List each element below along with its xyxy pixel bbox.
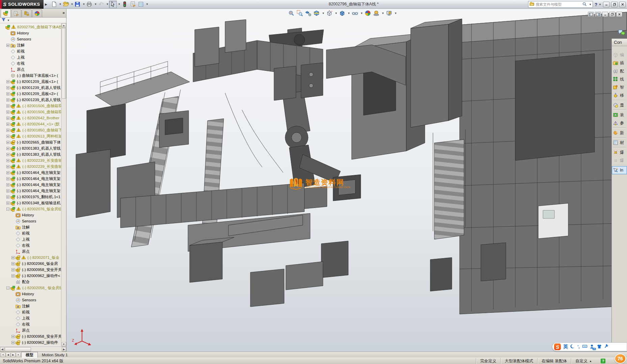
search-icon[interactable] xyxy=(582,2,587,7)
tree-item[interactable]: +(-) 82001348_板链输送机 xyxy=(1,200,61,206)
expand-toggle[interactable]: + xyxy=(11,262,15,265)
expand-toggle[interactable]: + xyxy=(11,256,15,259)
shirt-icon[interactable] xyxy=(597,344,602,350)
restore-button[interactable] xyxy=(611,2,618,7)
expand-toggle[interactable]: + xyxy=(6,80,9,83)
command-s-instant[interactable]: In xyxy=(612,166,627,174)
print-button-dropdown-arrow[interactable]: ▼ xyxy=(94,3,97,6)
tree-item[interactable]: A注解 xyxy=(1,303,61,309)
sogou-icon[interactable]: S xyxy=(554,343,561,350)
view-settings-button-dropdown-arrow[interactable]: ▼ xyxy=(394,12,397,15)
zoom-to-fit-button[interactable] xyxy=(288,9,295,17)
command-s-motion[interactable]: 新 xyxy=(612,129,627,137)
tree-item[interactable]: 原点 xyxy=(1,248,61,254)
select-button-dropdown-arrow[interactable]: ▼ xyxy=(118,3,120,6)
expand-toggle[interactable]: + xyxy=(6,98,9,101)
expand-toggle[interactable]: + xyxy=(6,141,9,144)
filter-icon[interactable] xyxy=(1,18,6,23)
tree-item[interactable]: +(-) 82002239_长安曲轴 xyxy=(1,163,61,170)
view-orientation-button[interactable] xyxy=(326,9,333,17)
tree-item[interactable]: +A注解 xyxy=(1,42,61,48)
section-view-button[interactable] xyxy=(313,9,320,17)
scroll-left-arrow[interactable]: ◀ xyxy=(0,347,4,352)
command-s-show[interactable]: 显 xyxy=(612,101,627,109)
scroll-down-arrow[interactable]: ▼ xyxy=(62,342,66,346)
tree-item[interactable]: +(-) 82002239_长安曲轴 xyxy=(1,157,61,163)
view-orientation-button-dropdown-arrow[interactable]: ▼ xyxy=(335,12,337,15)
expand-toggle[interactable]: + xyxy=(6,44,9,47)
tree-item[interactable]: +(-) 82001209_底板<1> ( xyxy=(1,79,61,85)
tree-item[interactable]: 前视 xyxy=(1,48,61,54)
first-tab-button[interactable]: ⏴ xyxy=(1,353,5,357)
tree-item[interactable]: 右视 xyxy=(1,60,61,66)
tree-item[interactable]: +(-) 82000962_操动件 xyxy=(1,339,61,345)
scroll-thumb-h[interactable] xyxy=(5,347,31,352)
tree-item[interactable]: +(-) 82001383_机器人管线 xyxy=(1,151,61,157)
tree-item[interactable]: +(-) 82001506_曲轴箱双 xyxy=(1,103,61,109)
tree-item[interactable]: +(-) 82001239_机器人管线 xyxy=(1,97,61,103)
command-s-insert[interactable]: 插 xyxy=(612,59,627,67)
apply-scene-button-dropdown-arrow[interactable]: ▼ xyxy=(382,12,384,15)
close-button[interactable] xyxy=(619,2,626,7)
doc-minimize-button[interactable] xyxy=(602,12,608,17)
tree-item[interactable]: +(-) 82000958_安全开关 xyxy=(1,333,61,339)
tree-item[interactable]: +(-) 82001850_曲轴箱下 xyxy=(1,127,61,133)
tree-item[interactable]: A注解 xyxy=(1,224,61,230)
tree-item[interactable]: +(-) 82002066_钣金房 xyxy=(1,261,61,267)
scroll-right-arrow[interactable]: ▶ xyxy=(62,347,66,352)
tree-horizontal-scrollbar[interactable]: ◀ ▶ xyxy=(0,346,66,352)
custom-status-selector[interactable]: 自定义▲ xyxy=(571,358,596,364)
expand-toggle[interactable]: + xyxy=(6,123,9,126)
tree-item[interactable]: (-) 曲轴箱下体底板<1> ( xyxy=(1,72,61,79)
prev-tab-button[interactable]: ◀ xyxy=(6,353,10,357)
section-view-button-dropdown-arrow[interactable]: ▼ xyxy=(322,12,325,15)
tree-item[interactable]: +(-) 82001975_翻转机.1<1 xyxy=(1,194,61,200)
select-button[interactable] xyxy=(109,1,117,8)
expand-toggle[interactable]: − xyxy=(6,286,9,290)
print-button[interactable] xyxy=(85,1,93,8)
previous-view-button[interactable] xyxy=(304,9,312,17)
command-s-edit[interactable]: 编 xyxy=(612,51,627,59)
tree-item[interactable]: History xyxy=(1,30,61,36)
scroll-thumb[interactable] xyxy=(62,28,66,99)
filter-dropdown-arrow[interactable]: ▼ xyxy=(7,19,10,22)
display-style-button[interactable] xyxy=(338,9,346,17)
tree-item[interactable]: +(-) 82001383_机器人管线 xyxy=(1,145,61,151)
new-document-button-dropdown-arrow[interactable]: ▼ xyxy=(59,3,62,6)
command-s-move[interactable]: 移 xyxy=(612,91,627,99)
expand-toggle[interactable]: + xyxy=(6,92,9,95)
expand-toggle[interactable]: + xyxy=(6,147,9,150)
keyboard-icon[interactable] xyxy=(582,344,588,350)
help-button[interactable]: ?▼ xyxy=(595,2,601,7)
tree-item[interactable]: Sensors xyxy=(1,218,61,224)
tree-item[interactable]: 上视 xyxy=(1,54,61,60)
minimize-button[interactable] xyxy=(603,2,609,7)
expand-toggle[interactable]: + xyxy=(6,171,9,174)
ime-language-toggle[interactable]: 英 xyxy=(563,344,568,350)
tree-item[interactable]: +(-) 82001239_机器人管线 xyxy=(1,85,61,91)
tree-item[interactable]: 原点 xyxy=(1,327,61,333)
command-s-explode[interactable]: 爆 xyxy=(612,148,627,156)
expand-toggle[interactable]: + xyxy=(6,202,9,205)
tree-item[interactable]: +(-) 82002665_曲轴箱下体 xyxy=(1,139,61,145)
tree-item[interactable]: 右视 xyxy=(1,321,61,327)
save-button-dropdown-arrow[interactable]: ▼ xyxy=(82,3,85,6)
propertymanager-tab[interactable] xyxy=(11,9,21,17)
tree-item[interactable]: 右视 xyxy=(1,242,61,248)
command-s-asmfeat[interactable]: 装 xyxy=(612,111,627,119)
command-s-explodeline[interactable]: 爆 xyxy=(612,156,627,164)
expand-toggle[interactable]: + xyxy=(6,104,9,108)
tree-item[interactable]: 82002796_曲轴箱下体A线 xyxy=(1,24,61,30)
tile-right-icon[interactable] xyxy=(595,12,601,17)
expand-toggle[interactable]: + xyxy=(6,86,9,89)
tree-item[interactable]: +(-) 82000962_操动件< xyxy=(1,273,61,279)
new-document-button[interactable] xyxy=(50,1,58,8)
menu-flyout-arrow[interactable]: ▶ xyxy=(44,1,48,8)
file-properties-button[interactable] xyxy=(129,1,137,8)
apply-scene-button[interactable] xyxy=(373,9,380,17)
last-tab-button[interactable]: ⏵ xyxy=(16,353,21,357)
tree-item[interactable]: Sensors xyxy=(1,36,61,42)
tile-left-icon[interactable] xyxy=(588,12,594,17)
featuremanager-tab[interactable] xyxy=(1,9,11,17)
tree-item[interactable]: +(-) 82002644_<1> (默 xyxy=(1,121,61,127)
